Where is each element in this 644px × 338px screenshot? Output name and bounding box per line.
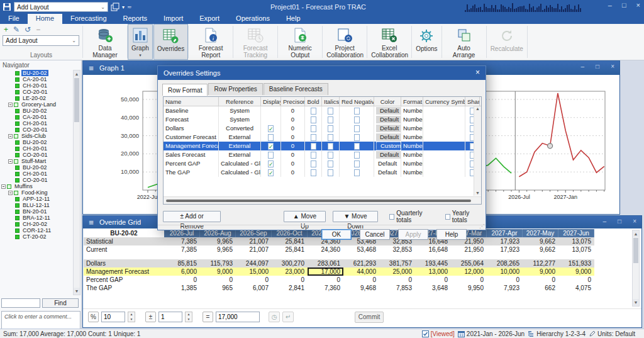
- checkbox[interactable]: [328, 152, 333, 159]
- checkbox[interactable]: [354, 125, 360, 132]
- checkbox[interactable]: [354, 143, 360, 150]
- checkbox[interactable]: [311, 152, 316, 159]
- percent-value-input[interactable]: [101, 312, 125, 322]
- selected-point-marker[interactable]: [548, 144, 553, 149]
- menu-reports[interactable]: Reports: [115, 14, 156, 24]
- grid-cell[interactable]: 17,923: [487, 245, 523, 254]
- grid-cell[interactable]: 13,075: [558, 245, 594, 254]
- grid-cell[interactable]: 9,000: [523, 268, 558, 276]
- color-selector[interactable]: Default: [376, 125, 401, 132]
- tree-item-co-20-01[interactable]: CO-20-01: [1, 127, 72, 133]
- tree-item-bra-12-11[interactable]: BRA-12-11: [1, 215, 72, 221]
- save-icon[interactable]: [3, 3, 11, 11]
- forecast-report-button[interactable]: iForecast Report: [189, 24, 233, 60]
- window-layout-icon[interactable]: [111, 3, 119, 11]
- increment-stepper[interactable]: ▲▼: [185, 312, 192, 322]
- checkbox[interactable]: [311, 161, 316, 167]
- dialog-table-vscrollbar[interactable]: ▲▼: [474, 106, 481, 196]
- grid-cell[interactable]: 13,075: [558, 237, 594, 245]
- grid-cell[interactable]: 300,270: [272, 259, 308, 268]
- checkbox[interactable]: [311, 169, 316, 176]
- grid-cell[interactable]: 4,075: [558, 284, 594, 292]
- dialog-title-bar[interactable]: Overrides Settings ×: [158, 66, 486, 80]
- tree-item-grocery-land[interactable]: Grocery-Land: [1, 101, 72, 108]
- grid-cell[interactable]: 15,000: [236, 268, 272, 276]
- panel-menu-icon[interactable]: ≡: [83, 218, 99, 227]
- scroll-down-icon[interactable]: ▼: [74, 288, 80, 295]
- checkbox[interactable]: [311, 116, 316, 123]
- checkbox[interactable]: [354, 161, 360, 167]
- grid-cell[interactable]: 9,965: [200, 245, 236, 254]
- tree-scrollbar[interactable]: ▲ ▼: [73, 70, 80, 295]
- project-collaboration-button[interactable]: Project Collaboration: [323, 24, 367, 60]
- grid-cell[interactable]: 7,385: [164, 245, 200, 254]
- tree-collapse-icon[interactable]: [8, 134, 13, 138]
- grid-cell[interactable]: 13,000: [415, 268, 451, 276]
- grid-cell[interactable]: 16,648: [415, 245, 451, 254]
- maximize-button[interactable]: □: [622, 1, 626, 9]
- set-value-button[interactable]: =: [203, 312, 213, 322]
- checkbox[interactable]: [311, 143, 316, 150]
- tree-collapse-icon[interactable]: [8, 103, 13, 107]
- grid-cell[interactable]: 25,000: [379, 268, 415, 276]
- tree-item-co-20-01[interactable]: CO-20-01: [1, 89, 72, 95]
- checkbox[interactable]: [328, 125, 333, 132]
- cancel-button[interactable]: Cancel: [360, 229, 390, 240]
- checkbox[interactable]: [328, 134, 333, 141]
- increment-adjust-button[interactable]: ±: [145, 312, 156, 322]
- menu-file[interactable]: File: [0, 14, 28, 24]
- ribbon-layout-combobox[interactable]: Add Layout ⌄: [3, 35, 79, 46]
- tree-item-cor-12-11[interactable]: COR-12-11: [1, 227, 72, 234]
- hierarchy-status[interactable]: Hierarchy 1-2-3-4: [536, 330, 586, 337]
- grid-cell[interactable]: 0: [558, 276, 594, 284]
- grid-cell[interactable]: 151,933: [558, 259, 594, 268]
- checkbox[interactable]: [328, 161, 333, 167]
- tree-item-app-12-11[interactable]: APP-12-11: [1, 196, 72, 202]
- checkbox[interactable]: [328, 143, 333, 150]
- grid-month-header[interactable]: 2027-May: [523, 229, 558, 237]
- grid-cell[interactable]: 24,360: [308, 245, 343, 254]
- grid-cell[interactable]: 662: [523, 284, 558, 292]
- grid-cell[interactable]: 0: [308, 276, 343, 284]
- row-format-row-percent-gap[interactable]: Percent GAPCalculated - Global0DefaultNu…: [164, 159, 481, 168]
- layout-combobox[interactable]: Add Layout ⌄: [14, 2, 108, 12]
- grid-cell[interactable]: 244,097: [236, 259, 272, 268]
- panel-maximize-button[interactable]: □: [596, 63, 599, 70]
- resize-grip[interactable]: ⋰: [479, 223, 484, 229]
- checkbox[interactable]: [328, 169, 333, 176]
- options-button[interactable]: Options: [412, 24, 441, 60]
- apply-button[interactable]: Apply: [398, 229, 428, 240]
- remove-layout-icon[interactable]: −: [36, 25, 40, 34]
- add-layout-icon[interactable]: +: [4, 25, 8, 34]
- grid-cell[interactable]: 9,000: [558, 268, 594, 276]
- color-selector[interactable]: Custom...: [376, 142, 401, 150]
- grid-cell[interactable]: 255,064: [451, 259, 487, 268]
- grid-cell[interactable]: 0: [343, 276, 379, 284]
- row-format-row-customer-forecast[interactable]: Customer ForecastExternal0DefaultNumber: [164, 133, 481, 142]
- grid-cell[interactable]: 0: [200, 276, 236, 284]
- tree-item-sids-club[interactable]: Sids-Club: [1, 133, 72, 139]
- panel-minimize-button[interactable]: –: [603, 218, 607, 225]
- grid-month-header[interactable]: 2027-Jun: [558, 229, 594, 237]
- grid-cell[interactable]: 0: [523, 276, 558, 284]
- checkbox[interactable]: [328, 116, 333, 123]
- grid-cell[interactable]: 0: [451, 276, 487, 284]
- checkbox[interactable]: [354, 152, 360, 159]
- panel-menu-icon[interactable]: ≡: [83, 64, 99, 73]
- graph-button[interactable]: Graph▾: [128, 24, 153, 60]
- tree-item-ch-20-01[interactable]: CH-20-01: [1, 120, 72, 127]
- tree-item-ct-20-02[interactable]: CT-20-02: [1, 234, 72, 240]
- grid-cell[interactable]: 0: [487, 276, 523, 284]
- menu-help[interactable]: Help: [278, 14, 309, 24]
- grid-cell[interactable]: 7,923: [487, 284, 523, 292]
- grid-cell[interactable]: 1,385: [164, 284, 200, 292]
- tree-item-ch-20-01[interactable]: CH-20-01: [1, 82, 72, 89]
- tree-item-co-20-01[interactable]: CO-20-01: [1, 177, 72, 183]
- checkbox[interactable]: [311, 108, 316, 115]
- grid-cell[interactable]: 17,000: [308, 268, 343, 276]
- grid-cell[interactable]: 115,793: [200, 259, 236, 268]
- tree-item-ch-20-01[interactable]: CH-20-01: [1, 171, 72, 177]
- tree-collapse-icon[interactable]: [8, 191, 13, 195]
- tree-item-blu-12-11[interactable]: BLU-12-11: [1, 202, 72, 208]
- tree-item-ca-20-01[interactable]: CA-20-01: [1, 76, 72, 82]
